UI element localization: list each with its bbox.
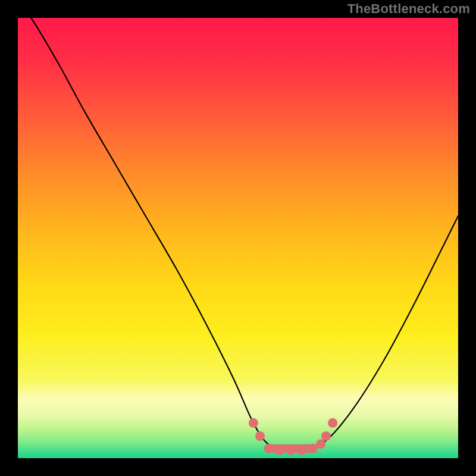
bottleneck-chart — [0, 0, 476, 476]
chart-stage: TheBottleneck.com — [0, 0, 476, 476]
plot-background — [18, 18, 458, 458]
watermark-text: TheBottleneck.com — [347, 1, 470, 17]
